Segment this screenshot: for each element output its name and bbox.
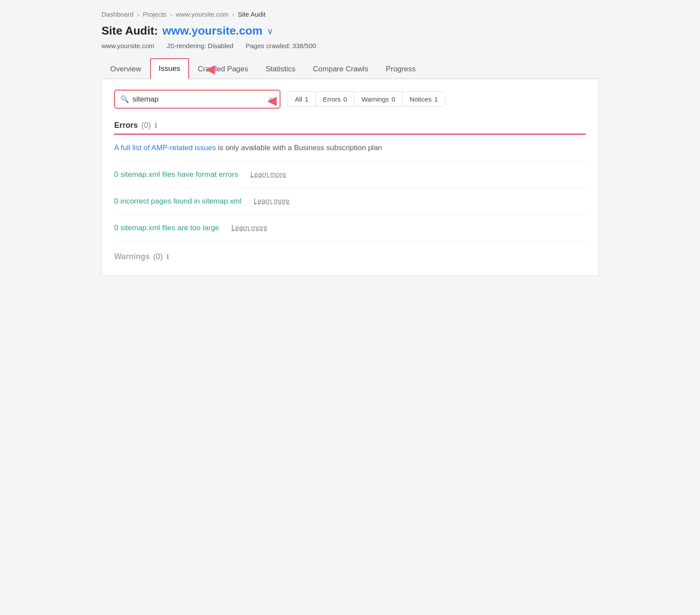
tab-progress[interactable]: Progress — [377, 59, 424, 79]
breadcrumb: Dashboard › Projects › www.yoursite.com … — [102, 11, 598, 18]
filter-errors-count: 0 — [343, 95, 347, 103]
filter-errors-label: Errors — [323, 95, 341, 103]
issue-link-1[interactable]: 0 sitemap.xml files have format errors — [114, 170, 238, 179]
amp-notice-row: A full list of AMP-related issues is onl… — [114, 135, 586, 162]
filter-notices-count: 1 — [434, 95, 438, 103]
filter-notices-label: Notices — [410, 95, 431, 103]
meta-pages-crawled: Pages crawled: 338/500 — [245, 42, 316, 49]
issue-link-3[interactable]: 0 sitemap.xml files are too large — [114, 224, 219, 232]
warnings-section: Warnings (0) ℹ — [114, 242, 586, 261]
warnings-info-icon[interactable]: ℹ — [166, 253, 169, 261]
errors-count: (0) — [141, 121, 151, 130]
nav-tabs: Overview Issues Crawled Pages Statistics… — [102, 58, 598, 79]
learn-more-3[interactable]: Learn more — [231, 224, 267, 232]
search-icon: 🔍 — [120, 95, 129, 103]
issue-link-2[interactable]: 0 incorrect pages found in sitemap.xml — [114, 197, 242, 206]
page-title: Site Audit: — [102, 24, 158, 38]
search-box: 🔍 ✕ — [114, 90, 280, 109]
errors-section-header: Errors (0) ℹ — [114, 121, 586, 130]
tab-crawled-pages[interactable]: Crawled Pages — [189, 59, 257, 79]
amp-notice-text: is only available with a Business subscr… — [216, 144, 382, 152]
breadcrumb-dashboard[interactable]: Dashboard — [102, 11, 133, 18]
meta-js-rendering: JS-rendering: Disabled — [167, 42, 234, 49]
breadcrumb-site[interactable]: www.yoursite.com — [176, 11, 229, 18]
site-title-link[interactable]: www.yoursite.com — [162, 24, 262, 38]
warnings-section-header: Warnings (0) ℹ — [114, 252, 586, 261]
meta-row: www.yoursite.com JS-rendering: Disabled … — [102, 42, 598, 49]
warnings-title: Warnings — [114, 252, 150, 261]
breadcrumb-projects[interactable]: Projects — [143, 11, 166, 18]
filter-all-button[interactable]: All 1 — [287, 91, 316, 107]
filter-notices-button[interactable]: Notices 1 — [402, 91, 445, 107]
learn-more-1[interactable]: Learn more — [250, 171, 286, 179]
search-clear-icon[interactable]: ✕ — [267, 94, 274, 104]
warnings-count: (0) — [153, 252, 163, 261]
issue-row-2: 0 incorrect pages found in sitemap.xml L… — [114, 188, 586, 215]
meta-site: www.yoursite.com — [102, 42, 154, 49]
site-dropdown-icon[interactable]: ∨ — [267, 26, 273, 36]
search-filter-row: 🔍 ✕ ◀ All 1 Errors 0 Warnings 0 — [114, 90, 586, 109]
filter-errors-button[interactable]: Errors 0 — [316, 91, 354, 107]
errors-info-icon[interactable]: ℹ — [154, 122, 157, 130]
filter-warnings-button[interactable]: Warnings 0 — [354, 91, 402, 107]
filter-group: ◀ All 1 Errors 0 Warnings 0 Notices 1 — [287, 91, 445, 107]
main-content: 🔍 ✕ ◀ All 1 Errors 0 Warnings 0 — [102, 79, 598, 276]
filter-warnings-count: 0 — [392, 95, 395, 103]
filter-warnings-label: Warnings — [361, 95, 389, 103]
filter-all-label: All — [295, 95, 302, 103]
breadcrumb-current: Site Audit — [238, 11, 265, 18]
errors-title: Errors — [114, 121, 138, 130]
amp-issues-link[interactable]: A full list of AMP-related issues — [114, 144, 216, 152]
search-input[interactable] — [133, 95, 267, 104]
filter-all-count: 1 — [305, 95, 308, 103]
title-row: Site Audit: www.yoursite.com ∨ — [102, 24, 598, 38]
issue-row-3: 0 sitemap.xml files are too large Learn … — [114, 215, 586, 242]
tab-issues[interactable]: Issues — [150, 58, 189, 79]
tab-statistics[interactable]: Statistics — [257, 59, 304, 79]
tab-compare-crawls[interactable]: Compare Crawls — [304, 59, 377, 79]
tab-overview[interactable]: Overview — [102, 59, 150, 79]
issue-row-1: 0 sitemap.xml files have format errors L… — [114, 162, 586, 188]
learn-more-2[interactable]: Learn more — [254, 197, 290, 205]
